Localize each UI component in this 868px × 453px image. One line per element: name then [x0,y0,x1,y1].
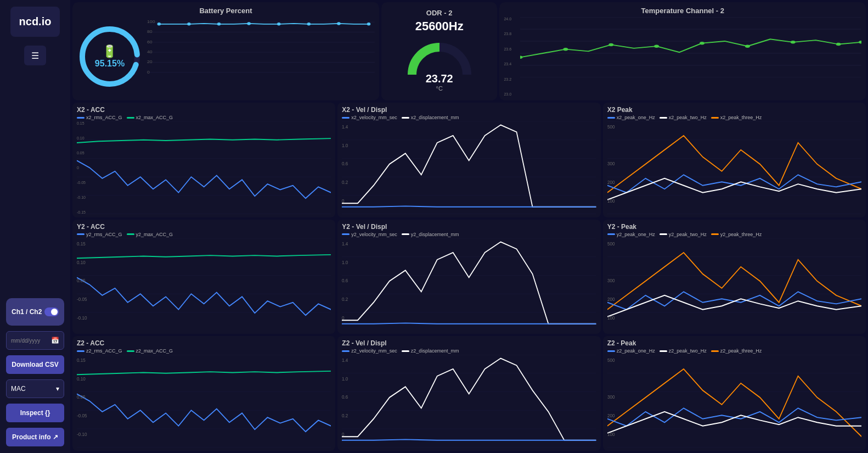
z2-vel-title: Z2 - Vel / Displ [342,339,596,347]
x2-acc-title: X2 - ACC [77,106,331,114]
y2-peak-title: Y2 - Peak [607,223,861,231]
z2-acc-legend: z2_rms_ACC_G z2_max_ACC_G [77,348,331,354]
svg-text:0.15: 0.15 [77,357,86,363]
svg-text:0.05: 0.05 [77,394,86,400]
x2-acc-panel: X2 - ACC x2_rms_ACC_G x2_max_ACC_G [72,103,335,217]
charts-grid: X2 - ACC x2_rms_ACC_G x2_max_ACC_G [70,102,868,453]
svg-text:500: 500 [607,241,615,247]
x2-peak-panel: X2 Peak x2_peak_one_Hz x2_peak_two_Hz x2… [603,103,866,217]
svg-text:-0.05: -0.05 [77,413,87,419]
svg-point-17 [247,22,251,25]
channel-toggle[interactable]: Ch1 / Ch2 [6,298,64,326]
svg-text:300: 300 [607,278,615,284]
temperature-panel: Temperature Channel - 2 24.023.823.623.4… [499,2,866,100]
product-info-button[interactable]: Product info ↗ [6,428,64,446]
svg-text:300: 300 [607,161,615,167]
x2-peak-title: X2 Peak [607,106,861,114]
y2-acc-panel: Y2 - ACC y2_rms_ACC_G y2_max_ACC_G 0.15 … [72,220,335,334]
svg-text:200: 200 [607,296,615,302]
z2-vel-legend: z2_velocity_mm_sec z2_displacement_mm [342,348,596,354]
z2-peak-legend: z2_peak_one_Hz z2_peak_two_Hz z2_peak_th… [607,348,861,354]
svg-text:0: 0 [342,315,345,321]
svg-text:-0.10: -0.10 [77,432,87,438]
x2-peak-legend: x2_peak_one_Hz x2_peak_two_Hz x2_peak_th… [607,115,861,120]
svg-text:0.2: 0.2 [342,296,348,302]
svg-point-34 [791,41,796,44]
y2-vel-title: Y2 - Vel / Displ [342,223,596,231]
svg-text:0: 0 [342,432,345,438]
y2-peak-panel: Y2 - Peak y2_peak_one_Hz y2_peak_two_Hz … [603,220,866,334]
svg-text:200: 200 [607,413,615,419]
x2-vel-legend: x2_velocity_mm_sec x2_displacement_mm [342,115,596,120]
svg-text:40: 40 [147,50,153,54]
download-csv-button[interactable]: Download CSV [6,355,64,374]
svg-text:1.0: 1.0 [342,142,348,148]
svg-text:100: 100 [607,198,615,204]
svg-point-31 [655,44,660,48]
svg-point-28 [520,56,522,59]
sidebar: ncd.io ☰ Ch1 / Ch2 mm/dd/yyyy 📅 Download… [0,0,70,453]
battery-title: Battery Percent [77,7,375,15]
toggle-dot [44,307,59,316]
inspect-button[interactable]: Inspect {} [6,404,64,422]
svg-text:0: 0 [147,70,150,74]
y2-vel-legend: y2_velocity_mm_sec y2_displacement_mm [342,232,596,237]
date-input[interactable]: mm/dd/yyyy 📅 [6,331,64,350]
mac-select[interactable]: MAC ▾ [6,379,64,398]
svg-text:0.6: 0.6 [342,161,348,167]
z2-peak-panel: Z2 - Peak z2_peak_one_Hz z2_peak_two_Hz … [603,336,866,451]
temp-title: Temperature Channel - 2 [504,7,861,15]
y2-acc-legend: y2_rms_ACC_G y2_max_ACC_G [77,232,331,237]
z2-peak-title: Z2 - Peak [607,339,861,347]
svg-text:0: 0 [342,198,345,204]
svg-text:60: 60 [147,40,153,44]
y2-peak-legend: y2_peak_one_Hz y2_peak_two_Hz y2_peak_th… [607,232,861,237]
hamburger-button[interactable]: ☰ [24,46,46,65]
main-content: Battery Percent 🔋 95.15% [70,0,868,453]
svg-point-15 [187,23,191,26]
svg-text:1.4: 1.4 [342,124,348,130]
battery-value: 95.15% [95,59,125,69]
svg-text:0.2: 0.2 [342,180,348,186]
svg-point-32 [700,42,704,45]
svg-text:1.4: 1.4 [342,357,348,363]
calendar-icon: 📅 [51,337,59,344]
svg-text:-0.10: -0.10 [77,315,87,321]
odr-freq: 25600Hz [415,19,464,33]
z2-acc-panel: Z2 - ACC z2_rms_ACC_G z2_max_ACC_G 0.15 … [72,336,335,451]
logo: ncd.io [10,7,60,37]
odr-panel: ODR - 2 25600Hz 23.72 °C [381,2,497,100]
svg-point-33 [745,44,750,48]
svg-text:0.6: 0.6 [342,394,348,400]
svg-point-30 [609,43,614,47]
svg-text:1.4: 1.4 [342,241,348,247]
svg-text:0.10: 0.10 [77,259,86,265]
svg-text:500: 500 [607,124,615,130]
x2-vel-title: X2 - Vel / Displ [342,106,596,114]
svg-text:500: 500 [607,357,615,363]
svg-point-21 [367,23,371,26]
x2-vel-panel: X2 - Vel / Displ x2_velocity_mm_sec x2_d… [337,103,600,217]
battery-panel: Battery Percent 🔋 95.15% [72,2,379,100]
svg-text:300: 300 [607,394,615,400]
svg-text:100: 100 [147,20,155,24]
battery-chart: 100 80 60 40 20 0 [147,17,375,96]
svg-point-20 [337,22,341,25]
svg-point-14 [157,23,161,26]
svg-text:0.15: 0.15 [77,241,86,247]
y2-acc-title: Y2 - ACC [77,223,331,231]
svg-point-29 [563,48,568,51]
svg-text:1.0: 1.0 [342,376,348,382]
chevron-down-icon: ▾ [56,385,59,393]
odr-gauge: 23.72 °C [404,33,475,94]
x2-acc-legend: x2_rms_ACC_G x2_max_ACC_G [77,115,331,120]
svg-text:0.10: 0.10 [77,376,86,382]
svg-text:-0.05: -0.05 [77,296,87,302]
svg-text:80: 80 [147,30,153,34]
svg-point-19 [307,23,311,26]
battery-icon: 🔋 [95,44,125,59]
z2-acc-title: Z2 - ACC [77,339,331,347]
svg-text:100: 100 [607,432,615,438]
top-row: Battery Percent 🔋 95.15% [70,0,868,102]
svg-point-35 [836,43,841,46]
